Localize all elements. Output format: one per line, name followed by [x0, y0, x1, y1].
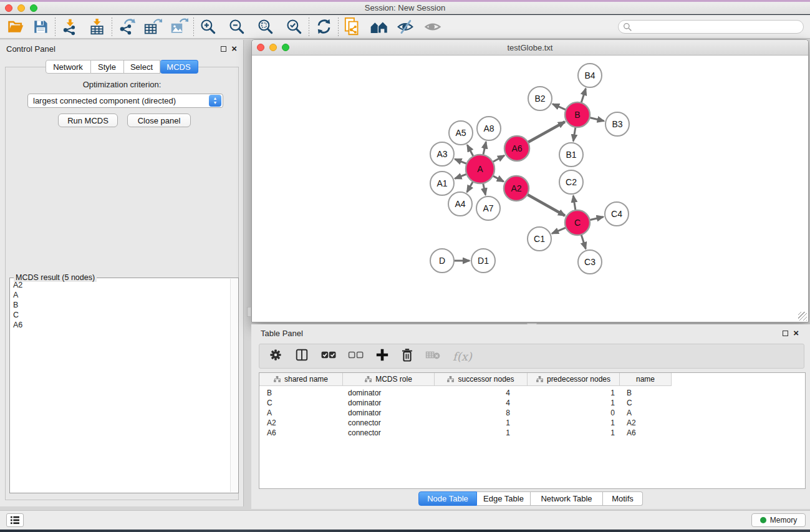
open-session-icon[interactable]	[6, 17, 25, 36]
show-hide-graphics-details-icon[interactable]	[396, 17, 415, 36]
result-item[interactable]: A6	[11, 320, 229, 330]
table-row[interactable]: Adominator80A	[259, 408, 805, 418]
zoom-in-icon[interactable]	[199, 17, 218, 36]
run-mcds-button[interactable]: Run MCDS	[58, 114, 118, 127]
network-canvas-area[interactable]: B4B2BB3A8A5A6A3B1AC2A1A2A4A7C4CC1DD1C3	[252, 56, 808, 322]
column-settings-gear-icon[interactable]	[268, 347, 283, 365]
column-header-predecessor-nodes[interactable]: predecessor nodes	[528, 373, 620, 386]
zoom-selected-icon[interactable]	[285, 17, 304, 36]
close-panel-icon[interactable]: ×	[793, 330, 799, 336]
column-header-name[interactable]: name	[620, 373, 672, 386]
node-A2[interactable]: A2	[504, 176, 529, 201]
import-network-icon[interactable]	[60, 17, 79, 36]
close-panel-button[interactable]: Close panel	[127, 114, 191, 127]
window-resize-grip[interactable]	[798, 312, 807, 321]
tab-network[interactable]: Network	[46, 60, 91, 74]
edge-C-C1[interactable]	[552, 228, 566, 234]
result-item[interactable]: A	[11, 290, 229, 300]
import-table-icon[interactable]	[88, 17, 107, 36]
float-panel-icon[interactable]	[783, 331, 788, 336]
node-C4[interactable]: C4	[605, 202, 629, 226]
table-row[interactable]: Bdominator41B	[259, 388, 805, 398]
edge-A-A3[interactable]	[455, 159, 466, 164]
edge-B-B1[interactable]	[573, 127, 576, 142]
column-header-shared-name[interactable]: shared name	[259, 373, 343, 386]
table-row[interactable]: A6connector11A6	[259, 428, 805, 438]
tab-network-table[interactable]: Network Table	[531, 491, 603, 506]
result-scrollbar[interactable]	[230, 279, 238, 492]
network-window-title-bar[interactable]: testGlobe.txt	[252, 40, 808, 56]
edge-A-A8[interactable]	[483, 142, 486, 155]
network-canvas[interactable]: B4B2BB3A8A5A6A3B1AC2A1A2A4A7C4CC1DD1C3	[252, 56, 808, 322]
tab-select[interactable]: Select	[124, 60, 160, 74]
edge-A2-C[interactable]	[527, 195, 565, 216]
column-header-MCDS-role[interactable]: MCDS role	[343, 373, 435, 386]
node-D1[interactable]: D1	[471, 249, 495, 273]
node-A4[interactable]: A4	[448, 192, 472, 216]
node-C3[interactable]: C3	[578, 250, 602, 274]
tab-mcds[interactable]: MCDS	[160, 60, 198, 74]
node-B3[interactable]: B3	[605, 112, 629, 136]
table-row[interactable]: Cdominator41C	[259, 398, 805, 408]
close-panel-icon[interactable]: ×	[231, 46, 237, 52]
node-C[interactable]: C	[565, 210, 590, 235]
select-all-checkboxes-icon[interactable]	[321, 349, 337, 364]
edge-B-B3[interactable]	[589, 118, 604, 121]
add-column-icon[interactable]	[375, 348, 389, 364]
node-A[interactable]: A	[466, 155, 494, 183]
tab-edge-table[interactable]: Edge Table	[477, 491, 531, 506]
edge-C-C2[interactable]	[573, 196, 576, 210]
edge-B-B4[interactable]	[581, 89, 586, 103]
result-item[interactable]: B	[11, 300, 229, 310]
export-image-icon[interactable]	[170, 17, 188, 36]
tab-motifs[interactable]: Motifs	[603, 491, 643, 506]
new-network-from-selection-icon[interactable]	[344, 17, 362, 36]
node-A1[interactable]: A1	[430, 172, 454, 195]
zoom-out-icon[interactable]	[228, 17, 246, 36]
result-item[interactable]: C	[11, 310, 229, 320]
node-B2[interactable]: B2	[528, 87, 552, 110]
float-panel-icon[interactable]	[221, 46, 226, 52]
node-C2[interactable]: C2	[559, 170, 583, 194]
export-table-icon[interactable]	[143, 17, 162, 36]
show-columns-icon[interactable]	[294, 347, 309, 365]
node-A6[interactable]: A6	[504, 136, 529, 161]
node-B[interactable]: B	[565, 102, 590, 127]
result-item[interactable]: A2	[11, 280, 229, 290]
node-B4[interactable]: B4	[578, 64, 602, 87]
edge-C-C4[interactable]	[590, 217, 604, 220]
function-builder-fx-icon[interactable]: f(x)	[453, 350, 472, 363]
node-A5[interactable]: A5	[449, 121, 473, 145]
edge-A-A2[interactable]	[493, 176, 503, 181]
deselect-all-checkboxes-icon[interactable]	[348, 349, 364, 364]
edge-A-A6[interactable]	[493, 155, 504, 162]
bird-eye-view-eye-icon[interactable]	[423, 17, 442, 36]
node-A3[interactable]: A3	[430, 142, 454, 166]
first-neighbors-home-icon[interactable]	[370, 17, 388, 36]
memory-button[interactable]: Memory	[751, 513, 806, 527]
edge-A-A1[interactable]	[455, 174, 467, 178]
zoom-fit-icon[interactable]	[256, 17, 275, 36]
node-A8[interactable]: A8	[477, 117, 501, 140]
edge-A-A5[interactable]	[467, 145, 473, 156]
tab-style[interactable]: Style	[91, 60, 124, 74]
node-C1[interactable]: C1	[528, 227, 551, 251]
tab-node-table[interactable]: Node Table	[418, 491, 477, 506]
search-input[interactable]	[618, 20, 804, 34]
refresh-icon[interactable]	[314, 17, 333, 36]
column-header-successor-nodes[interactable]: successor nodes	[435, 373, 528, 386]
node-B1[interactable]: B1	[559, 143, 583, 167]
node-D[interactable]: D	[430, 249, 454, 273]
edge-A-A4[interactable]	[467, 181, 473, 192]
edge-A-A7[interactable]	[483, 183, 486, 195]
export-network-icon[interactable]	[117, 17, 136, 36]
delete-table-icon[interactable]	[425, 349, 441, 364]
edge-C-C3[interactable]	[581, 235, 586, 249]
table-row[interactable]: A2connector11A2	[259, 418, 805, 428]
save-session-icon[interactable]	[31, 17, 50, 36]
delete-column-trash-icon[interactable]	[400, 347, 414, 365]
edge-A6-B[interactable]	[528, 122, 564, 142]
split-divider-grip-vertical[interactable]	[247, 307, 251, 317]
optimization-criterion-select[interactable]: largest connected component (directed) ▲…	[27, 94, 223, 108]
task-history-button[interactable]	[6, 513, 24, 527]
